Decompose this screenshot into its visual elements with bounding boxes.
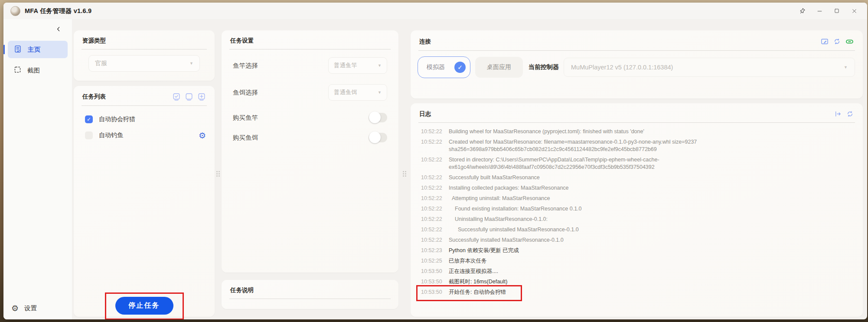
log-message: Attempting uninstall: MaaStarResonance <box>449 195 550 202</box>
log-entry: 10:52:22 Successfully installed MaaStarR… <box>421 235 854 245</box>
emulator-label: 模拟器 <box>427 63 445 71</box>
home-list-icon <box>13 45 22 55</box>
window-controls <box>793 4 863 17</box>
sidebar-collapse-button[interactable] <box>54 24 63 34</box>
log-timestamp: 10:53:50 <box>421 268 449 275</box>
chevron-down-icon: ▼ <box>844 66 848 69</box>
app-window: MFA 任务管理器 v1.6.9 <box>3 3 867 319</box>
maximize-button[interactable] <box>828 4 845 17</box>
bait-select-dropdown[interactable]: 普通鱼饵 ▼ <box>328 84 387 101</box>
resource-type-title: 资源类型 <box>74 30 215 49</box>
title-bar: MFA 任务管理器 v1.6.9 <box>3 3 867 19</box>
refresh-connection-icon[interactable] <box>833 37 841 46</box>
rod-select-label: 鱼竿选择 <box>233 62 258 70</box>
select-all-icon[interactable] <box>172 92 181 101</box>
log-entry: 10:52:22 Found existing installation: Ma… <box>421 204 854 214</box>
log-message: Python 依赖安装/更新 已完成 <box>449 247 519 254</box>
log-message: Created wheel for MaaStarResonance: file… <box>449 138 709 153</box>
log-message: 开始任务: 自动协会狩猎 <box>449 289 506 296</box>
log-message: Building wheel for MaaStarResonance (pyp… <box>449 128 644 135</box>
log-card: 日志 <box>411 103 863 317</box>
minimize-button[interactable] <box>811 4 828 17</box>
sidebar-item-label: 截图 <box>27 66 40 75</box>
log-timestamp: 10:52:23 <box>421 247 449 254</box>
task-checkbox[interactable] <box>85 131 93 139</box>
connection-card: 连接 <box>411 30 863 99</box>
add-task-icon[interactable] <box>197 92 206 101</box>
annotation-box-stop-button: 停止任务 <box>105 292 184 319</box>
log-entry: 10:52:22 Attempting uninstall: MaaStarRe… <box>421 193 854 204</box>
log-entry: 10:52:25 已放弃本次任务 <box>421 256 854 266</box>
task-settings-gear-icon[interactable]: ⚙ <box>199 131 206 140</box>
log-message: Installing collected packages: MaaStarRe… <box>449 184 569 192</box>
sidebar-item-label: 主页 <box>28 46 40 54</box>
log-entry: 10:52:23 Python 依赖安装/更新 已完成 <box>421 245 854 256</box>
log-entry: 10:53:50 截图耗时: 16ms(Default) <box>421 276 854 287</box>
log-message: Found existing installation: MaaStarReso… <box>449 205 582 213</box>
task-list-title: 任务列表 <box>82 93 106 101</box>
buy-rod-toggle[interactable] <box>369 113 387 122</box>
log-entry: 10:52:22 Uninstalling MaaStarResonance-0… <box>421 214 854 224</box>
window-title: MFA 任务管理器 v1.6.9 <box>25 7 91 15</box>
sidebar-item-settings[interactable]: ⚙ 设置 <box>8 304 68 312</box>
settings-label: 设置 <box>24 304 37 312</box>
column-splitter[interactable] <box>215 30 222 317</box>
link-status-icon[interactable] <box>845 37 854 46</box>
buy-bait-label: 购买鱼饵 <box>233 134 258 142</box>
divider <box>229 299 391 299</box>
close-button[interactable] <box>845 4 863 17</box>
rod-select-dropdown[interactable]: 普通鱼竿 ▼ <box>328 57 387 74</box>
task-list-item[interactable]: 自动协会狩猎 ⚙ <box>85 114 206 125</box>
log-message: 已放弃本次任务 <box>449 257 487 265</box>
log-timestamp: 10:52:22 <box>421 138 449 153</box>
stop-task-button[interactable]: 停止任务 <box>115 297 173 315</box>
column-splitter[interactable] <box>398 30 411 317</box>
log-message: Successfully built MaaStarResonance <box>449 174 540 181</box>
refresh-log-icon[interactable] <box>846 110 854 118</box>
resource-type-value: 官服 <box>95 59 107 67</box>
sidebar-item-screenshot[interactable]: 截图 <box>8 62 68 79</box>
log-timestamp: 10:52:22 <box>421 156 449 171</box>
task-list-item[interactable]: 自动钓鱼 ⚙ <box>85 130 206 141</box>
desktop-app-tab[interactable]: 桌面应用 <box>475 57 523 78</box>
emulator-tab[interactable]: 模拟器 <box>418 56 470 78</box>
log-entry: 10:53:50 开始任务: 自动协会狩猎 <box>421 287 854 297</box>
edit-connection-icon[interactable] <box>820 37 829 46</box>
log-entry: 10:52:22 Building wheel for MaaStarReson… <box>421 126 854 137</box>
task-rows: 自动协会狩猎 ⚙ 自动钓鱼 ⚙ <box>74 106 215 146</box>
task-label: 自动协会狩猎 <box>99 115 135 123</box>
log-timestamp: 10:52:22 <box>421 174 449 181</box>
task-settings-card: 任务设置 鱼竿选择 普通鱼竿 ▼ 鱼饵选择 <box>222 30 398 273</box>
log-list[interactable]: 10:52:22 Building wheel for MaaStarReson… <box>411 123 863 317</box>
task-settings-title: 任务设置 <box>222 30 398 49</box>
resource-type-dropdown[interactable]: 官服 ▼ <box>88 55 200 72</box>
log-timestamp: 10:52:25 <box>421 257 449 265</box>
task-label: 自动钓鱼 <box>99 131 123 139</box>
sidebar-item-home[interactable]: 主页 <box>8 41 68 58</box>
log-entry: 10:53:50 正在连接至模拟器.... <box>421 266 854 276</box>
desktop-background: MFA 任务管理器 v1.6.9 <box>0 0 868 322</box>
log-timestamp: 10:52:22 <box>421 128 449 135</box>
log-timestamp: 10:52:22 <box>421 237 449 244</box>
main-content: 资源类型 官服 ▼ 任务列表 <box>72 19 867 319</box>
screenshot-icon <box>13 66 22 75</box>
pin-icon[interactable] <box>793 4 811 17</box>
deselect-all-icon[interactable] <box>185 92 193 101</box>
resource-type-card: 资源类型 官服 ▼ <box>74 30 215 81</box>
log-entry: 10:52:22 Successfully built MaaStarReson… <box>421 172 854 183</box>
log-timestamp: 10:52:22 <box>421 195 449 202</box>
buy-bait-toggle[interactable] <box>369 133 387 142</box>
task-description-title: 任务说明 <box>222 280 398 299</box>
controller-value: MuMuPlayer12 v5 (127.0.0.1:16384) <box>571 64 673 71</box>
log-message: 正在连接至模拟器.... <box>449 268 498 275</box>
scroll-to-end-icon[interactable] <box>834 110 842 118</box>
log-timestamp: 10:53:50 <box>421 289 449 296</box>
buy-rod-label: 购买鱼竿 <box>233 114 258 122</box>
sidebar: 主页 截图 ⚙ 设置 <box>3 19 72 319</box>
controller-dropdown[interactable]: MuMuPlayer12 v5 (127.0.0.1:16384) ▼ <box>564 58 855 77</box>
log-message: Uninstalling MaaStarResonance-0.1.0: <box>449 216 548 223</box>
task-checkbox[interactable] <box>85 115 93 123</box>
log-title: 日志 <box>419 110 431 118</box>
log-timestamp: 10:52:22 <box>421 184 449 192</box>
chevron-down-icon: ▼ <box>378 91 382 95</box>
